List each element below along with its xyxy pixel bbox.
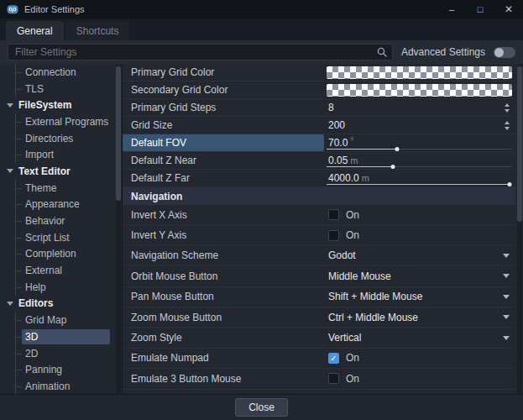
sidebar-item-external-programs[interactable]: External Programs [0, 113, 114, 130]
spin-updown-icon[interactable] [505, 121, 510, 130]
checkbox-invert-y-axis[interactable] [328, 230, 339, 241]
setting-value: 0.05m [324, 152, 515, 169]
tab-shortcuts[interactable]: Shortcuts [65, 21, 130, 40]
dropdown-pan-mouse-button[interactable]: Shift + Middle Mouse [324, 287, 515, 307]
sidebar-item-label: Directories [25, 133, 73, 144]
slider-grabber-icon[interactable] [507, 182, 511, 186]
setting-label: Emulate Numpad [123, 349, 324, 368]
value-unit: ° [350, 136, 353, 145]
spin-updown-icon[interactable] [505, 103, 510, 113]
setting-value: On [324, 225, 515, 244]
settings-scrollbar[interactable] [517, 65, 522, 394]
sidebar-item-tls[interactable]: TLS [0, 81, 114, 97]
setting-value [324, 64, 515, 81]
setting-value: 200 [324, 117, 515, 134]
spin-down-icon [505, 109, 510, 113]
setting-value: 4000.0m [324, 170, 515, 186]
spinbox-value[interactable]: 8 [328, 102, 334, 113]
setting-label: Orbit Mouse Button [123, 266, 324, 286]
checkbox-state-label: On [346, 352, 359, 364]
close-dialog-button[interactable]: Close [235, 398, 288, 417]
setting-row-invert-y-axis: Invert Y AxisOn [123, 225, 515, 245]
setting-label: Grid Size [123, 117, 324, 134]
checkbox-state-label: On [346, 209, 359, 221]
sidebar-item-label: Editors [18, 297, 53, 309]
setting-row-invert-x-axis: Invert X AxisOn [123, 205, 515, 225]
slider-value[interactable]: 4000.0 [328, 172, 359, 184]
spin-up-icon [505, 103, 510, 107]
setting-row-default-z-near: Default Z Near0.05m [123, 152, 515, 170]
filter-settings-input[interactable] [8, 44, 393, 60]
dropdown-orbit-mouse-button[interactable]: Middle Mouse [324, 266, 515, 286]
setting-label: Secondary Grid Color [123, 81, 324, 98]
settings-scrollbar-thumb[interactable] [517, 66, 522, 222]
setting-label: Default FOV [123, 134, 324, 151]
setting-row-emulate-numpad: Emulate Numpad✓On [123, 349, 515, 369]
sidebar-item-theme[interactable]: Theme [0, 180, 114, 197]
slider-track [327, 166, 511, 167]
setting-value [324, 81, 515, 98]
sidebar-item-directories[interactable]: Directories [0, 130, 114, 147]
collapse-arrow-icon [7, 302, 13, 306]
slider-fill [327, 184, 510, 185]
sidebar-scrollbar-thumb[interactable] [116, 66, 121, 201]
content-area: ConnectionTLSFileSystemExternal Programs… [0, 64, 523, 395]
slider-grabber-icon[interactable] [395, 147, 399, 151]
slider-fill [327, 166, 393, 167]
setting-row-pan-mouse-button: Pan Mouse ButtonShift + Middle Mouse [123, 287, 515, 307]
toggle-knob [494, 48, 504, 57]
checkbox-invert-x-axis[interactable] [328, 209, 339, 220]
sidebar-item-connection[interactable]: Connection [0, 64, 114, 81]
minimize-button[interactable]: – [437, 0, 466, 18]
sidebar-item-panning[interactable]: Panning [0, 361, 114, 378]
slider-value[interactable]: 70.0 [328, 137, 348, 149]
sidebar-item-label: FileSystem [18, 99, 71, 111]
setting-label: Primary Grid Color [123, 64, 324, 81]
sidebar-item-appearance[interactable]: Appearance [0, 197, 114, 213]
sidebar-scrollbar[interactable] [116, 65, 121, 394]
sidebar-item-grid-map[interactable]: Grid Map [0, 312, 114, 328]
sidebar-item-filesystem[interactable]: FileSystem [0, 97, 114, 113]
setting-value: On [324, 369, 515, 388]
close-window-button[interactable]: ✕ [494, 0, 523, 18]
color-picker-swatch[interactable] [327, 84, 512, 97]
collapse-arrow-icon [7, 103, 13, 108]
dropdown-navigation-scheme[interactable]: Godot [324, 246, 515, 265]
checkbox-emulate-numpad[interactable]: ✓ [328, 353, 339, 364]
dropdown-value: Vertical [328, 332, 361, 344]
setting-label: Pan Mouse Button [123, 287, 324, 307]
sidebar-item-import[interactable]: Import [0, 146, 114, 163]
sidebar-item-script-list[interactable]: Script List [0, 229, 114, 246]
setting-row-default-z-far: Default Z Far4000.0m [123, 170, 515, 187]
sidebar-item-external[interactable]: External [0, 262, 114, 279]
advanced-settings-label: Advanced Settings [401, 46, 485, 58]
setting-label: Zoom Mouse Button [123, 307, 324, 327]
sidebar-item-help[interactable]: Help [0, 279, 114, 296]
spinbox-value[interactable]: 200 [328, 119, 345, 131]
dropdown-value: Shift + Middle Mouse [328, 291, 422, 302]
sidebar-item-completion[interactable]: Completion [0, 246, 114, 263]
tab-general[interactable]: General [6, 21, 64, 40]
sidebar-item-behavior[interactable]: Behavior [0, 213, 114, 229]
checkbox-state-label: On [346, 229, 359, 241]
sidebar-item-2d[interactable]: 2D [0, 345, 114, 362]
sidebar-item-label: Animation [25, 381, 70, 392]
search-icon [376, 46, 388, 58]
slider-value[interactable]: 0.05 [328, 155, 348, 166]
maximize-button[interactable]: □ [466, 0, 494, 18]
settings-panel: Primary Grid ColorSecondary Grid ColorPr… [122, 64, 523, 395]
dropdown-zoom-style[interactable]: Vertical [324, 328, 515, 347]
color-picker-swatch[interactable] [327, 66, 512, 79]
title-bar: Editor Settings – □ ✕ [0, 0, 523, 18]
checkbox-state-label: On [346, 373, 359, 385]
sidebar-item-3d[interactable]: 3D [0, 328, 114, 345]
sidebar-item-editors[interactable]: Editors [0, 296, 114, 312]
checkbox-emulate-3-button-mouse[interactable] [328, 373, 339, 384]
sidebar-item-text-editor[interactable]: Text Editor [0, 163, 114, 180]
dropdown-zoom-mouse-button[interactable]: Ctrl + Middle Mouse [324, 307, 515, 327]
sidebar-item-animation[interactable]: Animation [0, 378, 114, 395]
advanced-settings-toggle[interactable] [494, 47, 515, 58]
slider-grabber-icon[interactable] [391, 165, 395, 169]
value-unit: m [362, 173, 369, 183]
setting-row-default-fov: Default FOV70.0° [123, 134, 515, 152]
